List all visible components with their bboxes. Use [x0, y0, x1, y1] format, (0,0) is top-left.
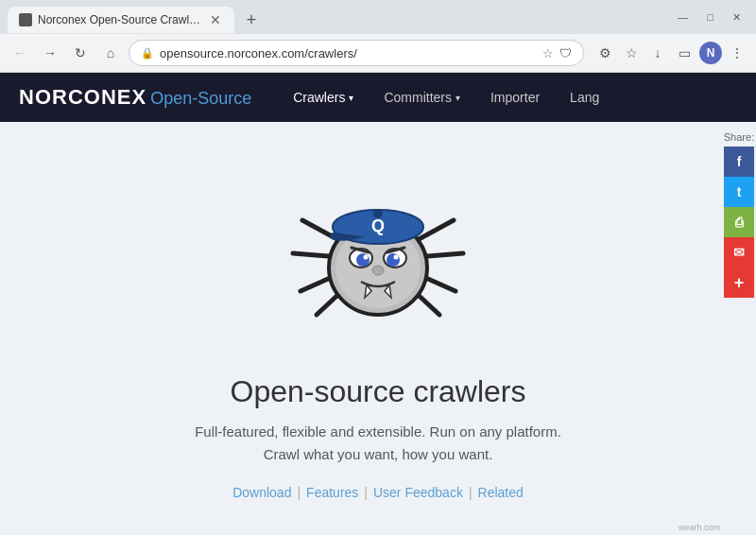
- shield-icon[interactable]: 🛡: [559, 46, 572, 60]
- url-bar[interactable]: 🔒 opensource.norconex.com/crawlers/ ☆ 🛡: [129, 40, 584, 66]
- hero-subtitle-line2: Crawl what you want, how you want.: [195, 443, 561, 466]
- lock-icon: 🔒: [141, 47, 154, 60]
- download-link[interactable]: Download: [227, 485, 297, 500]
- hero-subtitle: Full-featured, flexible and extensible. …: [195, 421, 561, 466]
- spider-illustration: Q: [274, 159, 482, 352]
- close-button[interactable]: ✕: [725, 11, 748, 24]
- hero-subtitle-line1: Full-featured, flexible and extensible. …: [195, 421, 561, 443]
- svg-point-15: [394, 254, 399, 259]
- forward-button[interactable]: →: [38, 41, 62, 65]
- active-tab[interactable]: Norconex Open-Source Crawlers ✕: [8, 7, 234, 33]
- user-feedback-link[interactable]: User Feedback: [368, 485, 469, 500]
- hero-links: Download | Features | User Feedback | Re…: [227, 485, 529, 500]
- tab-title: Norconex Open-Source Crawlers: [38, 13, 202, 26]
- back-button[interactable]: ←: [8, 41, 32, 65]
- nav-importer[interactable]: Importer: [477, 82, 553, 112]
- maximize-button[interactable]: □: [699, 11, 721, 23]
- cast-icon[interactable]: ▭: [673, 42, 696, 64]
- address-bar: ← → ↻ ⌂ 🔒 opensource.norconex.com/crawle…: [0, 34, 756, 72]
- url-text: opensource.norconex.com/crawlers/: [160, 46, 537, 60]
- reload-button[interactable]: ↻: [68, 41, 93, 65]
- nav-links: Crawlers ▾ Committers ▾ Importer Lang: [280, 82, 612, 112]
- site-brand: NORCONEX Open-Source: [19, 85, 251, 110]
- brand-opensource: Open-Source: [150, 89, 251, 109]
- menu-button[interactable]: ⋮: [726, 42, 748, 64]
- bookmark-icon[interactable]: ☆: [620, 42, 643, 64]
- share-twitter-button[interactable]: t: [724, 177, 754, 207]
- crawlers-dropdown-arrow: ▾: [349, 93, 353, 103]
- website: NORCONEX Open-Source Crawlers ▾ Committe…: [0, 73, 756, 535]
- svg-point-13: [387, 253, 400, 267]
- home-button[interactable]: ⌂: [98, 41, 123, 65]
- url-icons: ☆ 🛡: [542, 46, 572, 60]
- main-content: Q Open-source crawlers Full-featured, fl…: [0, 122, 756, 535]
- minimize-button[interactable]: —: [670, 11, 696, 23]
- nav-lang[interactable]: Lang: [557, 82, 612, 112]
- window-controls: — □ ✕: [670, 11, 748, 29]
- tab-bar: Norconex Open-Source Crawlers ✕ + — □ ✕: [0, 0, 756, 34]
- extensions-icon[interactable]: ⚙: [593, 42, 616, 64]
- share-print-button[interactable]: ⎙: [724, 207, 754, 237]
- share-label: Share:: [724, 131, 754, 143]
- svg-point-14: [364, 254, 369, 259]
- site-navbar: NORCONEX Open-Source Crawlers ▾ Committe…: [0, 73, 756, 122]
- share-plus-button[interactable]: +: [724, 268, 754, 298]
- tab-close-button[interactable]: ✕: [208, 12, 223, 27]
- nav-crawlers[interactable]: Crawlers ▾: [280, 82, 367, 112]
- hero-title: Open-source crawlers: [231, 374, 526, 409]
- share-email-button[interactable]: ✉: [724, 237, 754, 268]
- share-sidebar: Share: f t ⎙ ✉ +: [722, 122, 756, 535]
- profile-avatar[interactable]: N: [699, 42, 722, 64]
- brand-norconex: NORCONEX: [19, 85, 146, 110]
- new-tab-button[interactable]: +: [238, 7, 265, 33]
- features-link[interactable]: Features: [301, 485, 364, 500]
- committers-dropdown-arrow: ▾: [455, 93, 460, 103]
- svg-point-18: [372, 266, 384, 275]
- nav-committers[interactable]: Committers ▾: [370, 82, 473, 112]
- svg-text:Q: Q: [371, 216, 385, 235]
- downloads-icon[interactable]: ↓: [646, 42, 669, 64]
- related-link[interactable]: Related: [472, 485, 529, 500]
- watermark: wearh.com: [679, 523, 720, 532]
- tab-favicon: [19, 13, 32, 26]
- browser-actions: ⚙ ☆ ↓ ▭ N ⋮: [593, 42, 748, 64]
- share-facebook-button[interactable]: f: [724, 147, 754, 177]
- svg-point-12: [356, 253, 369, 267]
- bookmark-star-icon[interactable]: ☆: [542, 46, 554, 60]
